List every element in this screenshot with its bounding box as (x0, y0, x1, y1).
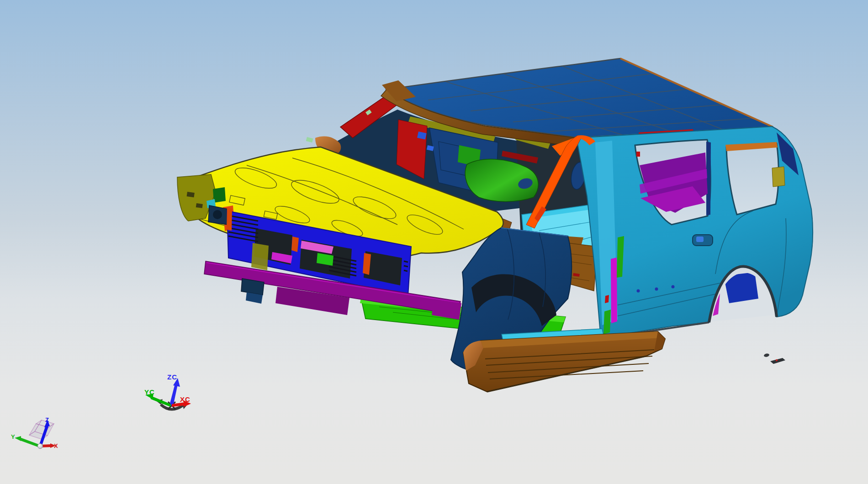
model-canvas[interactable]: ZC YC XC Z Y X (0, 0, 868, 484)
wcs-y-label: YC (144, 388, 155, 396)
wcs-z-label: ZC (167, 373, 177, 381)
body-side-rear[interactable] (577, 126, 813, 338)
triad-origin-sphere[interactable] (38, 444, 43, 449)
view-y-label: Y (11, 433, 15, 440)
quarter-window-opening (726, 143, 778, 215)
wcs-x-label: XC (180, 395, 191, 403)
view-z-label: Z (45, 416, 49, 423)
view-x-label: X (54, 442, 58, 449)
seat-belt-bracket (772, 167, 785, 187)
cad-viewport[interactable]: ZC YC XC Z Y X (0, 0, 868, 484)
